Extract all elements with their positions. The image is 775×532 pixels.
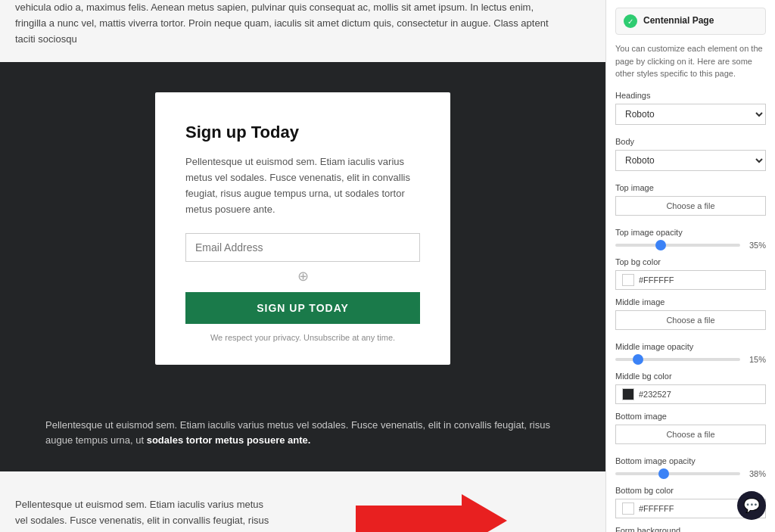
bottom-image-opacity-slider[interactable]: [615, 472, 740, 475]
headings-select[interactable]: Roboto: [615, 104, 766, 125]
top-image-opacity-slider-container: 35%: [615, 241, 766, 250]
signup-description: Pellentesque ut euismod sem. Etiam iacul…: [185, 154, 420, 217]
top-image-file-button[interactable]: Choose a file: [615, 196, 766, 216]
middle-bg-color-label: Middle bg color: [615, 372, 766, 381]
middle-image-opacity-label: Middle image opacity: [615, 342, 766, 351]
bottom-bg-color-swatch: [622, 502, 634, 515]
add-icon-container: ⊕: [185, 268, 420, 285]
svg-marker-0: [356, 494, 507, 532]
bottom-section: Pellentesque ut euismod sem. Etiam iacul…: [0, 471, 605, 532]
signup-button[interactable]: SIGN UP TODAY: [185, 292, 420, 324]
bottom-image-opacity-label: Bottom image opacity: [615, 456, 766, 465]
headings-label: Headings: [615, 91, 766, 100]
bottom-image-opacity-value: 38%: [745, 469, 766, 478]
bottom-bg-color-value: #FFFFFF: [639, 504, 674, 513]
middle-bg-color-row[interactable]: #232527: [615, 384, 766, 404]
privacy-text: We respect your privacy. Unsubscribe at …: [185, 333, 420, 342]
signup-card: Sign up Today Pellentesque ut euismod se…: [155, 92, 450, 364]
top-bg-color-row[interactable]: #FFFFFF: [615, 270, 766, 290]
sidebar-page-header: ✓ Centennial Page: [615, 8, 766, 35]
sidebar: ✓ Centennial Page You can customize each…: [605, 0, 775, 532]
bottom-image-opacity-slider-container: 38%: [615, 469, 766, 478]
top-image-opacity-value: 35%: [745, 241, 766, 250]
signup-wrapper: Sign up Today Pellentesque ut euismod se…: [0, 62, 605, 394]
page-name: Centennial Page: [643, 15, 714, 27]
middle-image-label: Middle image: [615, 297, 766, 306]
middle-bg-color-swatch: [622, 388, 634, 400]
sidebar-description: You can customize each element on the pa…: [615, 42, 766, 80]
top-bg-color-swatch: [622, 274, 634, 286]
plus-icon: ⊕: [297, 269, 309, 284]
chat-icon: 💬: [743, 497, 760, 514]
middle-bg-color-value: #232527: [639, 390, 671, 399]
middle-image-opacity-value: 15%: [745, 355, 766, 364]
top-text-section: vehicula odio a, maximus felis. Aenean m…: [0, 0, 605, 62]
bottom-image-file-button[interactable]: Choose a file: [615, 425, 766, 444]
middle-image-opacity-slider-container: 15%: [615, 355, 766, 364]
bottom-text: Pellentesque ut euismod sem. Etiam iacul…: [15, 497, 272, 532]
green-check-icon: ✓: [624, 14, 637, 28]
email-input-container: [185, 233, 420, 262]
chat-button[interactable]: 💬: [737, 491, 766, 520]
top-image-label: Top image: [615, 183, 766, 192]
form-bg-label: Form background: [615, 526, 766, 533]
middle-image-opacity-slider[interactable]: [615, 358, 740, 361]
middle-image-file-button[interactable]: Choose a file: [615, 310, 766, 330]
dark-text-section: Pellentesque ut euismod sem. Etiam iacul…: [0, 395, 605, 472]
red-arrow-icon: [356, 494, 507, 532]
body-label: Body: [615, 137, 766, 146]
red-arrow-container: [303, 494, 560, 532]
body-select[interactable]: Roboto: [615, 150, 766, 171]
top-bg-color-label: Top bg color: [615, 257, 766, 266]
email-input[interactable]: [185, 233, 420, 262]
main-content: vehicula odio a, maximus felis. Aenean m…: [0, 0, 605, 532]
top-image-opacity-label: Top image opacity: [615, 228, 766, 237]
top-bg-color-value: #FFFFFF: [639, 275, 674, 285]
top-text: vehicula odio a, maximus felis. Aenean m…: [15, 0, 560, 47]
signup-title: Sign up Today: [185, 123, 420, 142]
bottom-image-label: Bottom image: [615, 412, 766, 421]
dark-section-text: Pellentesque ut euismod sem. Etiam iacul…: [45, 418, 560, 450]
top-image-opacity-slider[interactable]: [615, 244, 740, 247]
